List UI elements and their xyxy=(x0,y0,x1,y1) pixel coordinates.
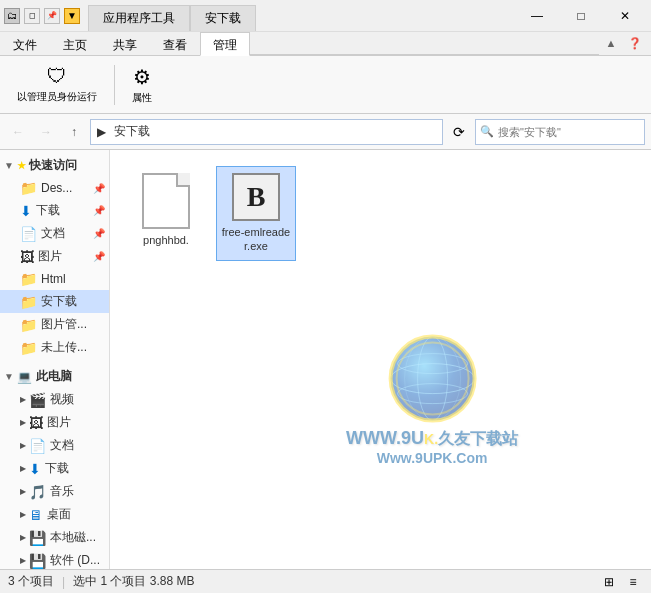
svg-point-1 xyxy=(390,363,474,393)
quick-access-label: 快速访问 xyxy=(29,157,77,174)
pin-icon-downloads: 📌 xyxy=(93,205,105,216)
refresh-button[interactable]: ⟳ xyxy=(447,120,471,144)
sidebar-item-downloads[interactable]: ⬇ 下载 📌 xyxy=(0,199,109,222)
doc-icon: 📄 xyxy=(20,226,37,242)
desktop-expand-arrow: ▶ xyxy=(20,510,26,519)
sidebar-item-label: 音乐 xyxy=(50,483,74,500)
back-button[interactable]: ← xyxy=(6,120,30,144)
sidebar-item-label: 图片 xyxy=(38,248,62,265)
run-as-admin-btn[interactable]: 🛡 以管理员身份运行 xyxy=(8,60,106,110)
breadcrumb-arrow-icon: ▶ xyxy=(97,125,106,139)
thispc-icon: 💻 xyxy=(17,370,32,384)
search-icon: 🔍 xyxy=(480,125,494,138)
help-button[interactable]: ❓ xyxy=(623,32,647,54)
file-name-pnghhbd: pnghhbd. xyxy=(143,233,189,247)
sidebar-item-label: Html xyxy=(41,272,66,286)
sidebar-item-label: 未上传... xyxy=(41,339,87,356)
sidebar-item-andown[interactable]: 📁 安下载 xyxy=(0,290,109,313)
quick-access-star: ★ xyxy=(17,160,26,171)
svg-point-2 xyxy=(397,353,467,373)
sidebar-item-label: 视频 xyxy=(50,391,74,408)
sidebar-item-label: 本地磁... xyxy=(50,529,96,546)
file-area[interactable]: pnghhbd. B free-emlreader.exe xyxy=(110,150,651,569)
video-icon: 🎬 xyxy=(29,392,46,408)
sidebar-item-pc-pictures[interactable]: ▶ 🖼 图片 xyxy=(0,411,109,434)
sidebar-item-label: 图片管... xyxy=(41,316,87,333)
tab-view[interactable]: 查看 xyxy=(150,32,200,55)
maximize-button[interactable]: □ xyxy=(559,1,603,31)
thispc-arrow: ▼ xyxy=(4,371,14,382)
main-content: ▼ ★ 快速访问 📁 Des... 📌 ⬇ 下载 📌 📄 文档 📌 🖼 图片 📌… xyxy=(0,150,651,569)
status-separator: | xyxy=(62,575,65,589)
up-button[interactable]: ↑ xyxy=(62,120,86,144)
docs-expand-arrow: ▶ xyxy=(20,441,26,450)
doc-file-icon xyxy=(142,173,190,229)
breadcrumb[interactable]: ▶ 安下载 xyxy=(90,119,443,145)
sidebar-item-music[interactable]: ▶ 🎵 音乐 xyxy=(0,480,109,503)
watermark-line3: Www.9UPK.Com xyxy=(377,449,488,465)
music-expand-arrow: ▶ xyxy=(20,487,26,496)
file-item-emlreader[interactable]: B free-emlreader.exe xyxy=(216,166,296,261)
file-name-emlreader: free-emlreader.exe xyxy=(221,225,291,254)
tab-share[interactable]: 共享 xyxy=(100,32,150,55)
properties-btn[interactable]: ⚙ 属性 xyxy=(123,60,161,110)
sidebar-item-pc-docs[interactable]: ▶ 📄 文档 xyxy=(0,434,109,457)
watermark-globe-svg xyxy=(387,333,477,423)
run-as-admin-label: 以管理员身份运行 xyxy=(17,90,97,104)
quick-access-header[interactable]: ▼ ★ 快速访问 xyxy=(0,154,109,177)
tab-file[interactable]: 文件 xyxy=(0,32,50,55)
sidebar-item-desktop[interactable]: 📁 Des... 📌 xyxy=(0,177,109,199)
list-view-btn[interactable]: ≡ xyxy=(623,572,643,592)
sidebar-item-software-disk[interactable]: ▶ 💾 软件 (D... xyxy=(0,549,109,569)
sidebar-item-html[interactable]: 📁 Html xyxy=(0,268,109,290)
svg-point-4 xyxy=(417,336,447,420)
sidebar-item-docs[interactable]: 📄 文档 📌 xyxy=(0,222,109,245)
pin-icon-desktop: 📌 xyxy=(93,183,105,194)
file-item-pnghhbd[interactable]: pnghhbd. xyxy=(126,166,206,254)
svg-point-3 xyxy=(397,383,467,403)
search-input[interactable] xyxy=(498,126,640,138)
thispc-header[interactable]: ▼ 💻 此电脑 xyxy=(0,365,109,388)
sidebar-item-picmgr[interactable]: 📁 图片管... xyxy=(0,313,109,336)
disk-expand-arrow: ▶ xyxy=(20,533,26,542)
pictures-expand-arrow: ▶ xyxy=(20,418,26,427)
pc-docs-icon: 📄 xyxy=(29,438,46,454)
tab-manage[interactable]: 管理 xyxy=(200,32,250,56)
title-bar: 🗂 ◻ 📌 ▼ 应用程序工具 安下载 — □ ✕ xyxy=(0,0,651,32)
sidebar-item-upload[interactable]: 📁 未上传... xyxy=(0,336,109,359)
sidebar-item-label: 图片 xyxy=(47,414,71,431)
sidebar-item-label: 文档 xyxy=(50,437,74,454)
sidebar-item-pc-downloads[interactable]: ▶ ⬇ 下载 xyxy=(0,457,109,480)
window-controls: — □ ✕ xyxy=(515,1,647,31)
window-icon: 🗂 xyxy=(4,8,20,24)
download-icon: ⬇ xyxy=(20,203,32,219)
search-box[interactable]: 🔍 xyxy=(475,119,645,145)
dl-expand-arrow: ▶ xyxy=(20,464,26,473)
items-count: 3 个项目 xyxy=(8,573,54,590)
tab-home[interactable]: 主页 xyxy=(50,32,100,55)
sidebar-item-local-disk[interactable]: ▶ 💾 本地磁... xyxy=(0,526,109,549)
shield-icon: 🛡 xyxy=(47,65,67,88)
view-controls: ⊞ ≡ xyxy=(599,572,643,592)
pc-dl-icon: ⬇ xyxy=(29,461,41,477)
sidebar-item-label: 安下载 xyxy=(41,293,77,310)
folder-icon: 📁 xyxy=(20,180,37,196)
ribbon-collapse-btn[interactable]: ▲ xyxy=(599,32,623,54)
tab-app-tools[interactable]: 应用程序工具 xyxy=(88,5,190,31)
software-icon: 💾 xyxy=(29,553,46,569)
quick-access-arrow: ▼ xyxy=(4,160,14,171)
properties-label: 属性 xyxy=(132,91,152,105)
andown-icon: 📁 xyxy=(20,294,37,310)
down-arrow-icon: ▼ xyxy=(64,8,80,24)
forward-button[interactable]: → xyxy=(34,120,58,144)
pc-pictures-icon: 🖼 xyxy=(29,415,43,431)
minimize-button[interactable]: — xyxy=(515,1,559,31)
close-button[interactable]: ✕ xyxy=(603,1,647,31)
sidebar-item-pictures[interactable]: 🖼 图片 📌 xyxy=(0,245,109,268)
upload-icon: 📁 xyxy=(20,340,37,356)
tab-download[interactable]: 安下载 xyxy=(190,5,256,31)
sidebar-item-video[interactable]: ▶ 🎬 视频 xyxy=(0,388,109,411)
pictures-icon: 🖼 xyxy=(20,249,34,265)
sidebar-item-desktop-pc[interactable]: ▶ 🖥 桌面 xyxy=(0,503,109,526)
large-icon-view-btn[interactable]: ⊞ xyxy=(599,572,619,592)
